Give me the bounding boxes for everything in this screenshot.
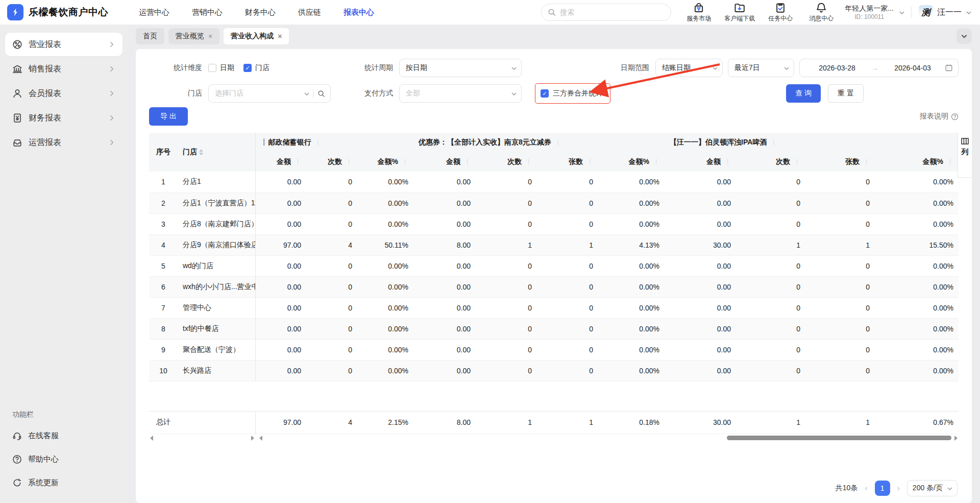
sidebar-footer-帮助中心[interactable]: 帮助中心	[5, 448, 122, 470]
cell-value: 0.00	[665, 213, 736, 234]
sidebar-footer-label: 系统更新	[28, 478, 59, 488]
merge-coupon-checkbox[interactable]: ✓ 三方券合并统计	[535, 83, 610, 104]
scroll-left-icon[interactable]	[150, 436, 153, 441]
cell-value: 0	[306, 193, 357, 213]
cell-value: 0	[736, 276, 805, 297]
cell-value: 0.00%	[598, 360, 665, 381]
cell-store: 长兴路店	[178, 360, 255, 381]
sidebar-item-会员报表[interactable]: 会员报表	[5, 82, 122, 105]
header-group: 邮政储蓄银行	[255, 133, 413, 152]
nav-item-财务中心[interactable]: 财务中心	[245, 8, 276, 17]
table-empty-space	[149, 381, 959, 411]
table-row: 9聚合配送（宁波）0.0000.00%0.00000.00%0.00000.00…	[149, 339, 959, 360]
search-icon[interactable]	[317, 90, 325, 98]
quicklink-服务市场[interactable]: 服务市场	[680, 2, 717, 23]
scroll-right-icon[interactable]	[251, 436, 254, 441]
next-page-icon[interactable]: ›	[896, 484, 901, 493]
chevron-down-icon	[966, 10, 971, 15]
cell-value: 0	[537, 339, 598, 360]
cell-value: 0.00%	[875, 297, 959, 318]
chevron-right-icon	[108, 65, 115, 73]
table-row: 8txf的中餐店0.0000.00%0.00000.00%0.00000.00%	[149, 318, 959, 339]
date-preset-select[interactable]: 最近7日	[728, 59, 794, 77]
tab-bar: 首页营业概览×营业收入构成×	[128, 25, 980, 48]
dimension-checkbox-日期[interactable]: 日期	[208, 63, 234, 73]
cell-value: 0	[306, 213, 357, 234]
query-button[interactable]: 查 询	[786, 84, 821, 103]
close-icon[interactable]: ×	[208, 32, 212, 40]
nav-item-营销中心[interactable]: 营销中心	[192, 8, 223, 17]
nav-item-供应链[interactable]: 供应链	[298, 8, 321, 17]
column-settings-button[interactable]: 列	[958, 133, 972, 178]
date-type-select[interactable]: 结账日期	[655, 59, 723, 77]
cell-value: 0.00%	[875, 193, 959, 213]
date-range-label: 日期范围	[621, 63, 649, 73]
nav-item-报表中心[interactable]: 报表中心	[344, 8, 374, 17]
header-sub-column: 金额	[665, 152, 736, 172]
tab-营业概览[interactable]: 营业概览×	[168, 28, 219, 44]
horizontal-scrollbar-thumb[interactable]	[727, 436, 951, 440]
header-sub-column: 金额%	[357, 152, 413, 172]
cell-value: 0	[476, 297, 537, 318]
sidebar-footer-在线客服[interactable]: 在线客服	[5, 424, 122, 447]
date-end-input[interactable]: 2026-04-03	[880, 64, 945, 72]
range-arrow-icon: →	[869, 64, 880, 72]
scroll-left-icon[interactable]	[259, 436, 262, 441]
cell-value: 0.00	[255, 255, 306, 276]
date-start-input[interactable]: 2026-03-28	[805, 64, 869, 72]
reset-button[interactable]: 重 置	[828, 84, 864, 103]
cell-value: 0	[736, 255, 805, 276]
payment-select[interactable]: 全部	[399, 84, 522, 103]
sidebar-footer-系统更新[interactable]: 系统更新	[5, 471, 122, 494]
tab-label: 首页	[143, 32, 157, 41]
cell-value: 0	[306, 339, 357, 360]
sidebar-item-财务报表[interactable]: 财务报表	[5, 106, 122, 130]
report-help-link[interactable]: 报表说明	[920, 112, 959, 121]
total-value: 1	[736, 411, 805, 434]
brand-logo[interactable]	[7, 4, 23, 20]
sidebar-item-运营报表[interactable]: 运营报表	[5, 131, 122, 154]
total-value: 8.00	[413, 411, 476, 434]
close-icon[interactable]: ×	[278, 32, 282, 40]
group-title: 优惠券：【全部计入实收】南京8元立减券	[419, 138, 551, 147]
tab-首页[interactable]: 首页	[136, 28, 164, 44]
cell-value: 0.00	[413, 255, 476, 276]
search-input[interactable]	[560, 8, 665, 16]
cell-value: 0	[805, 276, 875, 297]
tenant-switcher[interactable]: 年轻人第一家... ID: 100011	[845, 4, 904, 20]
cell-value: 0	[537, 193, 598, 213]
period-select[interactable]: 按日期	[399, 59, 522, 77]
cell-value: 0.00	[413, 339, 476, 360]
date-range-picker[interactable]: 2026-03-28 → 2026-04-03	[799, 59, 959, 77]
cell-seq: 3	[149, 213, 178, 234]
store-select[interactable]: 选择门店	[208, 84, 331, 103]
global-search[interactable]	[541, 4, 671, 21]
cell-value: 0.00	[255, 172, 306, 193]
total-value: 2.15%	[357, 411, 413, 434]
user-menu[interactable]: 测 汪一一	[919, 5, 971, 19]
sort-icon[interactable]	[199, 149, 203, 155]
current-page-button[interactable]: 1	[875, 481, 890, 496]
cell-value: 0.00	[665, 255, 736, 276]
tab-overflow-button[interactable]	[957, 29, 972, 44]
payment-label: 支付方式	[354, 89, 393, 98]
header-store[interactable]: 门店	[178, 133, 255, 172]
scroll-right-icon[interactable]	[954, 436, 958, 441]
sidebar-item-营业报表[interactable]: 营业报表	[5, 33, 122, 56]
nav-item-运营中心[interactable]: 运营中心	[139, 8, 169, 17]
cell-value: 0	[537, 360, 598, 381]
quicklink-消息中心[interactable]: 消息中心	[803, 2, 840, 23]
export-button[interactable]: 导 出	[149, 107, 188, 126]
cell-value: 0	[476, 318, 537, 339]
quicklink-任务中心[interactable]: 任务中心	[762, 2, 799, 23]
prev-page-icon[interactable]: ‹	[864, 484, 868, 493]
tab-营业收入构成[interactable]: 营业收入构成×	[224, 28, 289, 44]
page-size-select[interactable]: 200 条/页	[907, 480, 958, 496]
sidebar-footer-label: 帮助中心	[28, 454, 59, 464]
pagination-total: 共10条	[836, 484, 858, 493]
cell-value: 0.00	[413, 172, 476, 193]
chevron-down-icon	[511, 91, 516, 96]
sidebar-item-销售报表[interactable]: 销售报表	[5, 57, 122, 81]
quicklink-客户端下载[interactable]: 客户端下载	[721, 2, 758, 23]
dimension-checkbox-门店[interactable]: ✓门店	[243, 63, 270, 73]
